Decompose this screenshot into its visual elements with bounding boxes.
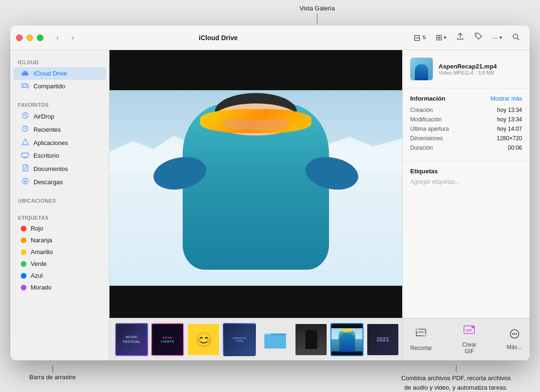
mas-button[interactable]: Más... [499, 324, 530, 354]
sidebar-item-morado[interactable]: Morado [13, 281, 106, 293]
sidebar-naranja-label: Naranja [31, 237, 52, 244]
gallery-main-view[interactable] [110, 50, 402, 318]
file-name: AspenRecap21.mp4 [439, 63, 497, 70]
sidebar-verde-label: Verde [31, 260, 47, 267]
sidebar-recientes-label: Recientes [34, 126, 61, 133]
search-button[interactable] [508, 30, 524, 45]
file-thumbnail [410, 58, 433, 80]
barra-arrastre-label: Barra de arrastre [29, 374, 76, 381]
creacion-label: Creación [410, 107, 433, 113]
view-grid-button[interactable]: ⊞ ▾ [432, 30, 450, 45]
aplicaciones-icon [21, 138, 29, 147]
dimensiones-label: Dimensiones [410, 135, 443, 142]
sidebar-item-aplicaciones[interactable]: Aplicaciones [13, 136, 106, 149]
view-arrows-icon: ⇅ [422, 34, 426, 41]
sidebar-item-rojo[interactable]: Rojo [13, 222, 106, 234]
tags-placeholder[interactable]: Agregar etiquetas... [410, 179, 522, 185]
thumbnail-7-selected[interactable] [330, 323, 363, 356]
icloud-drive-icon [21, 69, 29, 77]
duracion-label: Duración [410, 145, 433, 151]
recortar-icon [414, 328, 428, 342]
view-gallery-icon: ⊟ [413, 33, 421, 43]
sidebar-item-azul[interactable]: Azul [13, 270, 106, 281]
svg-line-2 [517, 38, 519, 40]
svg-point-22 [514, 333, 515, 335]
sidebar-azul-label: Azul [31, 272, 42, 279]
description-annotation: Combina archivos PDF, recorta archivosde… [401, 365, 511, 392]
ultima-apertura-value: hoy 14:07 [497, 126, 522, 132]
thumbnail-6[interactable] [295, 323, 328, 356]
sidebar-item-compartido[interactable]: Compartido [13, 80, 106, 93]
mas-icon [508, 328, 521, 341]
file-meta: Vídeo MPEG-4 · 3.8 MB [439, 70, 497, 76]
thumbnail-3[interactable]: 😊 [187, 323, 220, 356]
sidebar-item-documentos[interactable]: Documentos [13, 162, 106, 175]
svg-text:GIF: GIF [466, 328, 472, 332]
recortar-button[interactable]: Recortar [403, 324, 439, 355]
modificacion-value: hoy 13:34 [497, 116, 522, 123]
finder-window: ‹ › iCloud Drive ⊟ ⇅ ⊞ ▾ [10, 26, 530, 360]
thumbnail-1[interactable]: MUSICFESTIVAL [115, 323, 148, 356]
grid-chevron-icon: ▾ [444, 34, 447, 41]
gallery-image [110, 50, 402, 318]
sidebar-item-amarillo[interactable]: Amarillo [13, 246, 106, 258]
thumbnail-strip: MUSICFESTIVAL NEON LIGHTS 😊 [110, 318, 402, 360]
info-row-dimensiones: Dimensiones 1280×720 [410, 135, 522, 142]
close-button[interactable] [16, 34, 23, 41]
info-section-header: Información Mostrar más [410, 95, 522, 102]
thumbnail-2[interactable]: NEON LIGHTS [151, 323, 184, 356]
escritorio-icon [21, 152, 29, 160]
thumbnail-4[interactable]: CREATIVETYPE [223, 323, 256, 356]
svg-rect-8 [22, 153, 28, 157]
modificacion-label: Modificación [410, 116, 442, 123]
crear-gif-label: Crear GIF [462, 341, 476, 355]
sidebar-item-descargas[interactable]: Descargas [13, 175, 106, 188]
sidebar-item-escritorio[interactable]: Escritorio [13, 149, 106, 162]
documentos-icon [21, 164, 29, 173]
sidebar-compartido-label: Compartido [34, 83, 65, 90]
tag-button[interactable] [470, 30, 486, 45]
sidebar-aplicaciones-label: Aplicaciones [34, 139, 68, 146]
sidebar-morado-label: Morado [31, 284, 51, 291]
info-section: Información Mostrar más Creación hoy 13:… [403, 88, 530, 161]
sidebar-escritorio-label: Escritorio [34, 152, 59, 159]
svg-point-21 [512, 333, 513, 335]
file-info-text: AspenRecap21.mp4 Vídeo MPEG-4 · 3.8 MB [439, 63, 497, 76]
svg-point-23 [515, 333, 517, 335]
more-chevron-icon: ▾ [499, 34, 502, 41]
sidebar-section-favoritos: Favoritos [10, 98, 109, 110]
svg-point-4 [23, 85, 25, 86]
tags-section: Etiquetas Agregar etiquetas... [403, 161, 530, 192]
duracion-value: 00:06 [508, 145, 522, 151]
sidebar-item-airdrop[interactable]: AirDrop [13, 110, 106, 123]
sidebar-documentos-label: Documentos [34, 165, 68, 172]
crear-gif-button[interactable]: GIF Crear GIF [455, 321, 484, 358]
description-text: Combina archivos PDF, recorta archivosde… [401, 374, 511, 392]
more-button[interactable]: ··· ▾ [488, 31, 506, 44]
thumbnail-5[interactable] [259, 323, 292, 356]
sidebar-section-icloud: iCloud [10, 56, 109, 67]
sidebar-item-recientes[interactable]: Recientes [13, 123, 106, 136]
share-button[interactable] [452, 30, 468, 45]
barra-arrastre-line [52, 365, 53, 373]
mas-label: Más... [506, 344, 522, 350]
svg-point-6 [25, 115, 25, 116]
morado-dot [21, 285, 26, 290]
sidebar-icloud-drive-label: iCloud Drive [34, 70, 67, 77]
grid-icon: ⊞ [436, 33, 442, 43]
naranja-dot [21, 238, 26, 243]
view-gallery-button[interactable]: ⊟ ⇅ [410, 30, 430, 45]
info-row-ultima-apertura: Última apertura hoy 14:07 [410, 126, 522, 132]
sidebar-item-naranja[interactable]: Naranja [13, 234, 106, 246]
description-line [456, 365, 456, 373]
thumbnail-8[interactable]: 2021 [366, 323, 399, 356]
recientes-icon [21, 125, 29, 134]
sidebar-item-icloud-drive[interactable]: iCloud Drive [13, 67, 106, 80]
show-more-button[interactable]: Mostrar más [490, 95, 522, 102]
vista-galeria-annotation-line [317, 13, 318, 24]
sidebar-section-etiquetas: Etiquetas [10, 211, 109, 222]
search-icon [512, 33, 520, 43]
airdrop-icon [21, 112, 29, 120]
sidebar-item-verde[interactable]: Verde [13, 258, 106, 270]
ultima-apertura-label: Última apertura [410, 126, 449, 132]
